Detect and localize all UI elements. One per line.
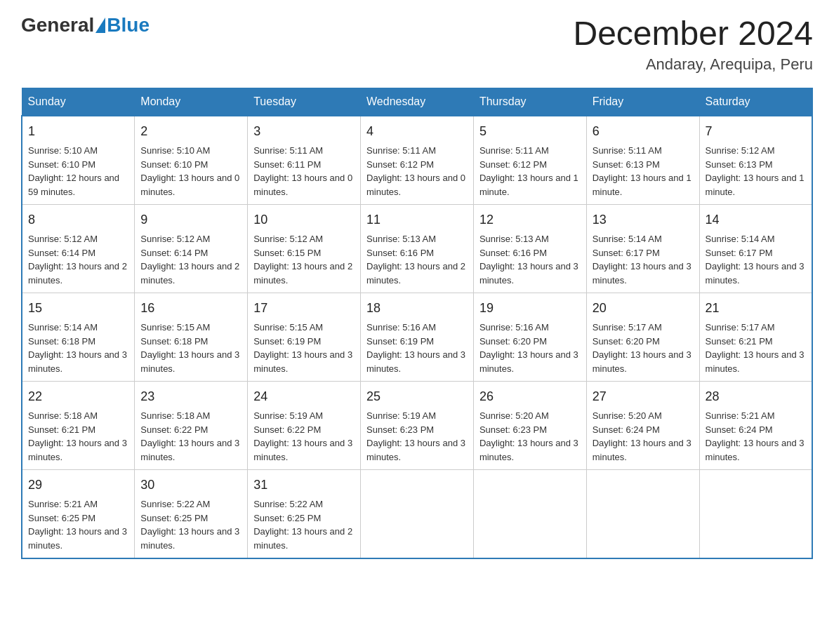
day-info: Sunrise: 5:16 AMSunset: 6:20 PMDaylight:…	[479, 322, 578, 374]
day-number: 26	[479, 387, 581, 406]
day-number: 10	[253, 210, 355, 229]
calendar-week-row: 22Sunrise: 5:18 AMSunset: 6:21 PMDayligh…	[22, 382, 812, 470]
day-number: 19	[479, 299, 581, 318]
day-info: Sunrise: 5:19 AMSunset: 6:23 PMDaylight:…	[366, 410, 465, 462]
header-tuesday: Tuesday	[248, 88, 361, 116]
day-info: Sunrise: 5:20 AMSunset: 6:24 PMDaylight:…	[593, 410, 691, 462]
calendar-cell: 21Sunrise: 5:17 AMSunset: 6:21 PMDayligh…	[699, 293, 812, 382]
calendar-cell: 11Sunrise: 5:13 AMSunset: 6:16 PMDayligh…	[361, 205, 474, 293]
calendar-cell: 30Sunrise: 5:22 AMSunset: 6:25 PMDayligh…	[135, 470, 248, 559]
calendar-cell: 26Sunrise: 5:20 AMSunset: 6:23 PMDayligh…	[473, 382, 586, 470]
calendar-cell: 1Sunrise: 5:10 AMSunset: 6:10 PMDaylight…	[22, 116, 135, 205]
day-number: 9	[140, 210, 241, 229]
day-number: 27	[593, 387, 694, 406]
calendar-week-row: 15Sunrise: 5:14 AMSunset: 6:18 PMDayligh…	[22, 293, 812, 382]
day-number: 29	[28, 476, 128, 495]
day-info: Sunrise: 5:12 AMSunset: 6:13 PMDaylight:…	[706, 145, 805, 197]
calendar-cell: 20Sunrise: 5:17 AMSunset: 6:20 PMDayligh…	[586, 293, 699, 382]
calendar-cell	[473, 470, 586, 559]
calendar-cell: 14Sunrise: 5:14 AMSunset: 6:17 PMDayligh…	[699, 205, 812, 293]
day-number: 20	[593, 299, 694, 318]
day-number: 22	[28, 387, 128, 406]
day-number: 1	[28, 122, 128, 141]
day-info: Sunrise: 5:14 AMSunset: 6:18 PMDaylight:…	[28, 322, 127, 374]
day-info: Sunrise: 5:15 AMSunset: 6:19 PMDaylight:…	[253, 322, 352, 374]
day-number: 12	[479, 210, 581, 229]
day-number: 17	[253, 299, 355, 318]
day-number: 30	[140, 476, 241, 495]
day-info: Sunrise: 5:16 AMSunset: 6:19 PMDaylight:…	[366, 322, 465, 374]
day-number: 25	[366, 387, 468, 406]
day-number: 24	[253, 387, 355, 406]
day-number: 15	[28, 299, 128, 318]
calendar-cell: 18Sunrise: 5:16 AMSunset: 6:19 PMDayligh…	[361, 293, 474, 382]
calendar-cell: 29Sunrise: 5:21 AMSunset: 6:25 PMDayligh…	[22, 470, 135, 559]
day-info: Sunrise: 5:21 AMSunset: 6:25 PMDaylight:…	[28, 499, 127, 551]
day-info: Sunrise: 5:15 AMSunset: 6:18 PMDaylight:…	[140, 322, 239, 374]
calendar-cell	[699, 470, 812, 559]
calendar-cell: 25Sunrise: 5:19 AMSunset: 6:23 PMDayligh…	[361, 382, 474, 470]
day-number: 4	[366, 122, 468, 141]
day-info: Sunrise: 5:22 AMSunset: 6:25 PMDaylight:…	[253, 499, 352, 551]
page-header: General Blue December 2024 Andaray, Areq…	[21, 14, 813, 74]
day-info: Sunrise: 5:17 AMSunset: 6:21 PMDaylight:…	[706, 322, 805, 374]
calendar-cell: 8Sunrise: 5:12 AMSunset: 6:14 PMDaylight…	[22, 205, 135, 293]
header-friday: Friday	[586, 88, 699, 116]
calendar-cell: 19Sunrise: 5:16 AMSunset: 6:20 PMDayligh…	[473, 293, 586, 382]
header-sunday: Sunday	[22, 88, 135, 116]
day-info: Sunrise: 5:11 AMSunset: 6:11 PMDaylight:…	[253, 145, 352, 197]
calendar-cell: 22Sunrise: 5:18 AMSunset: 6:21 PMDayligh…	[22, 382, 135, 470]
header-saturday: Saturday	[699, 88, 812, 116]
logo: General Blue	[21, 14, 150, 36]
day-number: 5	[479, 122, 581, 141]
calendar-cell: 16Sunrise: 5:15 AMSunset: 6:18 PMDayligh…	[135, 293, 248, 382]
day-number: 8	[28, 210, 128, 229]
day-info: Sunrise: 5:17 AMSunset: 6:20 PMDaylight:…	[593, 322, 691, 374]
day-info: Sunrise: 5:21 AMSunset: 6:24 PMDaylight:…	[706, 410, 805, 462]
day-info: Sunrise: 5:12 AMSunset: 6:15 PMDaylight:…	[253, 234, 352, 286]
calendar-cell: 6Sunrise: 5:11 AMSunset: 6:13 PMDaylight…	[586, 116, 699, 205]
logo-general-text: General	[21, 14, 94, 36]
calendar-cell: 5Sunrise: 5:11 AMSunset: 6:12 PMDaylight…	[473, 116, 586, 205]
day-number: 14	[706, 210, 806, 229]
calendar-week-row: 29Sunrise: 5:21 AMSunset: 6:25 PMDayligh…	[22, 470, 812, 559]
day-number: 16	[140, 299, 241, 318]
day-number: 23	[140, 387, 241, 406]
day-info: Sunrise: 5:14 AMSunset: 6:17 PMDaylight:…	[706, 234, 805, 286]
day-info: Sunrise: 5:22 AMSunset: 6:25 PMDaylight:…	[140, 499, 239, 551]
calendar-cell: 13Sunrise: 5:14 AMSunset: 6:17 PMDayligh…	[586, 205, 699, 293]
calendar-header-row: SundayMondayTuesdayWednesdayThursdayFrid…	[22, 88, 812, 116]
month-year-title: December 2024	[573, 14, 813, 53]
day-number: 7	[706, 122, 806, 141]
day-info: Sunrise: 5:13 AMSunset: 6:16 PMDaylight:…	[479, 234, 578, 286]
day-info: Sunrise: 5:12 AMSunset: 6:14 PMDaylight:…	[140, 234, 239, 286]
calendar-cell	[586, 470, 699, 559]
day-number: 21	[706, 299, 806, 318]
calendar-cell: 7Sunrise: 5:12 AMSunset: 6:13 PMDaylight…	[699, 116, 812, 205]
day-info: Sunrise: 5:11 AMSunset: 6:13 PMDaylight:…	[593, 145, 691, 197]
calendar-cell: 27Sunrise: 5:20 AMSunset: 6:24 PMDayligh…	[586, 382, 699, 470]
day-info: Sunrise: 5:12 AMSunset: 6:14 PMDaylight:…	[28, 234, 127, 286]
header-monday: Monday	[135, 88, 248, 116]
calendar-cell: 24Sunrise: 5:19 AMSunset: 6:22 PMDayligh…	[248, 382, 361, 470]
day-number: 31	[253, 476, 355, 495]
calendar-cell: 12Sunrise: 5:13 AMSunset: 6:16 PMDayligh…	[473, 205, 586, 293]
calendar-cell: 9Sunrise: 5:12 AMSunset: 6:14 PMDaylight…	[135, 205, 248, 293]
calendar-week-row: 8Sunrise: 5:12 AMSunset: 6:14 PMDaylight…	[22, 205, 812, 293]
logo-triangle-icon	[95, 18, 105, 33]
day-info: Sunrise: 5:19 AMSunset: 6:22 PMDaylight:…	[253, 410, 352, 462]
calendar-cell: 10Sunrise: 5:12 AMSunset: 6:15 PMDayligh…	[248, 205, 361, 293]
day-info: Sunrise: 5:18 AMSunset: 6:21 PMDaylight:…	[28, 410, 127, 462]
calendar-cell: 15Sunrise: 5:14 AMSunset: 6:18 PMDayligh…	[22, 293, 135, 382]
day-number: 11	[366, 210, 468, 229]
day-info: Sunrise: 5:14 AMSunset: 6:17 PMDaylight:…	[593, 234, 691, 286]
day-info: Sunrise: 5:11 AMSunset: 6:12 PMDaylight:…	[479, 145, 578, 197]
header-thursday: Thursday	[473, 88, 586, 116]
calendar-week-row: 1Sunrise: 5:10 AMSunset: 6:10 PMDaylight…	[22, 116, 812, 205]
day-number: 18	[366, 299, 468, 318]
calendar-cell: 4Sunrise: 5:11 AMSunset: 6:12 PMDaylight…	[361, 116, 474, 205]
calendar-cell	[361, 470, 474, 559]
calendar-cell: 3Sunrise: 5:11 AMSunset: 6:11 PMDaylight…	[248, 116, 361, 205]
calendar-cell: 23Sunrise: 5:18 AMSunset: 6:22 PMDayligh…	[135, 382, 248, 470]
day-number: 6	[593, 122, 694, 141]
